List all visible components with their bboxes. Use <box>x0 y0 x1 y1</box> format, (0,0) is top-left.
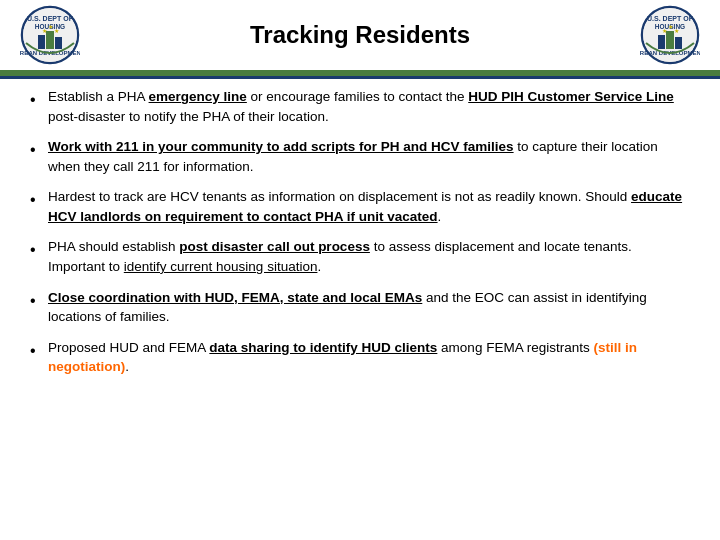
hud-pih-text: HUD PIH Customer Service Line <box>468 89 674 104</box>
bullet-item-1: • Establish a PHA emergency line or enco… <box>30 87 690 126</box>
svg-text:★: ★ <box>48 24 53 30</box>
bullet-text-2: Work with 211 in your community to add s… <box>48 137 690 176</box>
svg-rect-5 <box>46 31 54 49</box>
svg-rect-15 <box>658 35 665 49</box>
bullet-item-3: • Hardest to track are HCV tenants as in… <box>30 187 690 226</box>
svg-text:★: ★ <box>42 28 47 34</box>
content-area: • Establish a PHA emergency line or enco… <box>0 79 720 396</box>
educate-hcv-text: educate HCV landlords on requirement to … <box>48 189 682 224</box>
post-disaster-text: post disaster call out process <box>179 239 370 254</box>
bullet-icon-4: • <box>30 238 48 261</box>
svg-rect-17 <box>675 37 682 49</box>
bullet-text-6: Proposed HUD and FEMA data sharing to id… <box>48 338 690 377</box>
header: U.S. DEPT OF HOUSING ★ ★ ★ URBAN DEVELOP… <box>0 0 720 70</box>
svg-text:U.S. DEPT OF: U.S. DEPT OF <box>27 15 74 22</box>
svg-rect-4 <box>38 35 45 49</box>
bullet-item-5: • Close coordination with HUD, FEMA, sta… <box>30 288 690 327</box>
bullet-icon-1: • <box>30 88 48 111</box>
logo-left: U.S. DEPT OF HOUSING ★ ★ ★ URBAN DEVELOP… <box>20 5 80 65</box>
svg-text:★: ★ <box>54 28 59 34</box>
page-title: Tracking Residents <box>250 21 470 49</box>
bullet-icon-3: • <box>30 188 48 211</box>
bullet-icon-6: • <box>30 339 48 362</box>
work-211-text: Work with 211 in your community to add s… <box>48 139 514 154</box>
bullet-text-3: Hardest to track are HCV tenants as info… <box>48 187 690 226</box>
close-coord-text: Close coordination with HUD, FEMA, state… <box>48 290 422 305</box>
svg-text:★: ★ <box>674 28 679 34</box>
emergency-line-text: emergency line <box>149 89 247 104</box>
svg-rect-16 <box>666 31 674 49</box>
bullet-text-4: PHA should establish post disaster call … <box>48 237 690 276</box>
svg-text:★: ★ <box>668 24 673 30</box>
bullet-text-1: Establish a PHA emergency line or encour… <box>48 87 690 126</box>
logo-right: U.S. DEPT OF HOUSING ★ ★ ★ URBAN DEVELOP… <box>640 5 700 65</box>
bullet-item-6: • Proposed HUD and FEMA data sharing to … <box>30 338 690 377</box>
svg-rect-6 <box>55 37 62 49</box>
svg-text:U.S. DEPT OF: U.S. DEPT OF <box>647 15 694 22</box>
data-sharing-text: data sharing to identify HUD clients <box>209 340 437 355</box>
bullet-icon-2: • <box>30 138 48 161</box>
bullet-item-4: • PHA should establish post disaster cal… <box>30 237 690 276</box>
identify-housing-text: identify current housing situation <box>124 259 318 274</box>
bullet-item-2: • Work with 211 in your community to add… <box>30 137 690 176</box>
svg-text:★: ★ <box>662 28 667 34</box>
bullet-text-5: Close coordination with HUD, FEMA, state… <box>48 288 690 327</box>
bullet-icon-5: • <box>30 289 48 312</box>
